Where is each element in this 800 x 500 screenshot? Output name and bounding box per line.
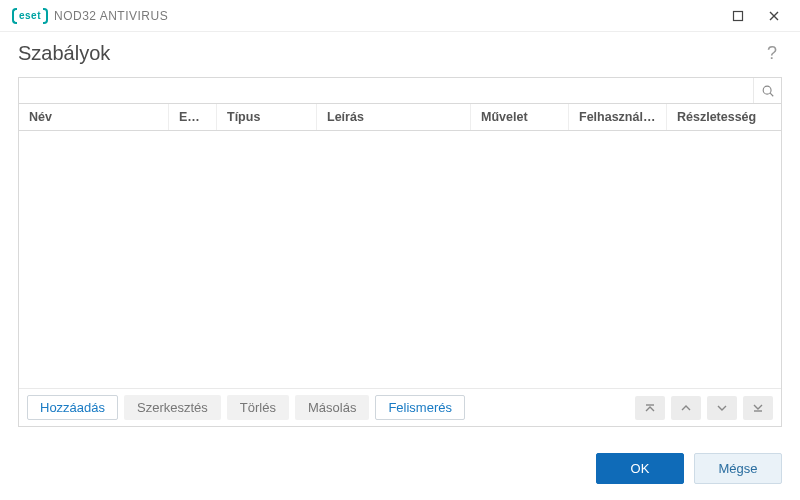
col-type[interactable]: Típus — [217, 104, 317, 130]
copy-button: Másolás — [295, 395, 369, 420]
close-icon — [768, 10, 780, 22]
svg-rect-0 — [734, 11, 743, 20]
rules-card: Név Enge... Típus Leírás Művelet Felhasz… — [18, 77, 782, 427]
col-name[interactable]: Név — [19, 104, 169, 130]
search-row — [19, 78, 781, 104]
col-action[interactable]: Művelet — [471, 104, 569, 130]
move-down-button — [707, 396, 737, 420]
move-top-button — [635, 396, 665, 420]
chevron-up-icon — [680, 402, 692, 414]
edit-button: Szerkesztés — [124, 395, 221, 420]
help-button[interactable]: ? — [762, 43, 782, 64]
add-button[interactable]: Hozzáadás — [27, 395, 118, 420]
chevron-top-icon — [644, 402, 656, 414]
product-name: NOD32 ANTIVIRUS — [54, 9, 168, 23]
chevron-down-icon — [716, 402, 728, 414]
window-close-button[interactable] — [756, 2, 792, 30]
svg-point-1 — [763, 86, 771, 94]
move-up-button — [671, 396, 701, 420]
col-description[interactable]: Leírás — [317, 104, 471, 130]
col-users[interactable]: Felhasználók — [569, 104, 667, 130]
delete-button: Törlés — [227, 395, 289, 420]
dialog-footer: OK Mégse — [0, 439, 800, 500]
titlebar: eset NOD32 ANTIVIRUS — [0, 0, 800, 32]
page-title: Szabályok — [18, 42, 110, 65]
cancel-button[interactable]: Mégse — [694, 453, 782, 484]
table-body — [19, 131, 781, 388]
detect-button[interactable]: Felismerés — [375, 395, 465, 420]
help-icon: ? — [767, 43, 777, 63]
search-button[interactable] — [753, 78, 781, 103]
move-bottom-button — [743, 396, 773, 420]
search-icon — [761, 84, 775, 98]
actions-row: Hozzáadás Szerkesztés Törlés Másolás Fel… — [19, 388, 781, 426]
ok-button[interactable]: OK — [596, 453, 684, 484]
content: Név Enge... Típus Leírás Művelet Felhasz… — [0, 77, 800, 439]
col-detail[interactable]: Részletesség — [667, 104, 781, 130]
page-heading: Szabályok ? — [0, 32, 800, 77]
brand-logo: eset — [12, 8, 48, 24]
brand: eset NOD32 ANTIVIRUS — [12, 8, 168, 24]
search-input[interactable] — [19, 78, 753, 103]
table-header: Név Enge... Típus Leírás Művelet Felhasz… — [19, 104, 781, 131]
chevron-bottom-icon — [752, 402, 764, 414]
col-enabled[interactable]: Enge... — [169, 104, 217, 130]
window-maximize-button[interactable] — [720, 2, 756, 30]
brand-logo-text: eset — [17, 10, 43, 21]
maximize-icon — [732, 10, 744, 22]
